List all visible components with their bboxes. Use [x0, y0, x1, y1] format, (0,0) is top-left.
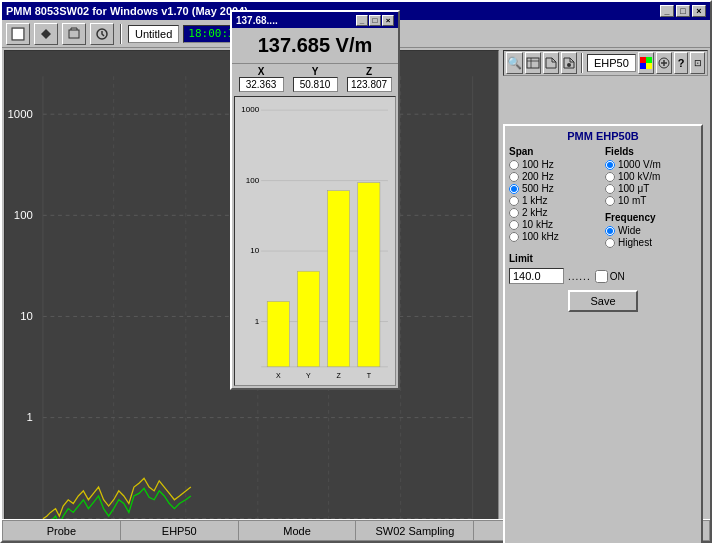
toolbar-btn-3[interactable]: [62, 23, 86, 45]
svg-text:10: 10: [250, 246, 259, 255]
status-probe: Probe: [2, 520, 121, 541]
svg-rect-27: [527, 58, 539, 68]
svg-rect-33: [640, 63, 646, 69]
svg-rect-34: [646, 63, 652, 69]
field-1000vm[interactable]: 1000 V/m: [605, 159, 697, 170]
measure-title-buttons: _ □ ×: [356, 15, 394, 26]
y-axis-col: Y 50.810: [293, 66, 338, 92]
svg-rect-31: [640, 57, 646, 63]
z-axis-value: 123.807: [347, 77, 392, 92]
span-200hz[interactable]: 200 Hz: [509, 171, 601, 182]
on-checkbox-label[interactable]: ON: [595, 270, 625, 283]
svg-text:10: 10: [20, 310, 33, 322]
settings-panel: PMM EHP50B Span 100 Hz 200 Hz 500 Hz 1 k…: [503, 124, 703, 543]
maximize-button[interactable]: □: [676, 5, 690, 17]
span-500hz[interactable]: 500 Hz: [509, 183, 601, 194]
ehp-color-btn[interactable]: [638, 52, 654, 74]
svg-rect-2: [69, 30, 79, 38]
svg-text:100: 100: [246, 176, 260, 185]
svg-text:100: 100: [14, 209, 33, 221]
close-button[interactable]: ×: [692, 5, 706, 17]
measure-close[interactable]: ×: [382, 15, 394, 26]
on-checkbox[interactable]: [595, 270, 608, 283]
svg-rect-46: [297, 271, 319, 367]
span-2khz[interactable]: 2 kHz: [509, 207, 601, 218]
svg-text:1: 1: [255, 317, 260, 326]
z-axis-label: Z: [347, 66, 392, 77]
measure-window: 137.68.... _ □ × 137.685 V/m X 32.363 Y …: [230, 10, 400, 390]
ehp-toolbar: 🔍 EHP50 ? ⊡: [503, 50, 708, 76]
ehp-btn-2[interactable]: [525, 52, 541, 74]
svg-text:1000: 1000: [241, 105, 259, 114]
measure-minimize[interactable]: _: [356, 15, 368, 26]
settings-title: PMM EHP50B: [509, 130, 697, 142]
bar-chart: 1000 100 10 1 X Y: [234, 96, 396, 386]
svg-text:X: X: [276, 372, 281, 379]
svg-text:1: 1: [26, 411, 32, 423]
limit-input[interactable]: [509, 268, 564, 284]
measure-title-bar: 137.68.... _ □ ×: [232, 12, 398, 28]
axes-row: X 32.363 Y 50.810 Z 123.807: [232, 63, 398, 94]
ehp-divider: [581, 53, 583, 73]
status-ehp50: EHP50: [121, 520, 239, 541]
field-100ut[interactable]: 100 μT: [605, 183, 697, 194]
svg-text:1000: 1000: [8, 108, 33, 120]
status-sampling: SW02 Sampling: [356, 520, 474, 541]
svg-rect-47: [328, 191, 350, 367]
span-label: Span: [509, 146, 601, 157]
on-label: ON: [610, 271, 625, 282]
limit-label: Limit: [509, 253, 697, 264]
limit-row: ...... ON: [509, 268, 697, 284]
toolbar-divider-1: [120, 24, 122, 44]
ehp-connect-btn[interactable]: [656, 52, 672, 74]
x-axis-label: X: [239, 66, 284, 77]
x-axis-col: X 32.363: [239, 66, 284, 92]
svg-rect-48: [358, 183, 380, 367]
fields-column: Fields 1000 V/m 100 kV/m 100 μT 10 mT Fr…: [605, 146, 697, 249]
toolbar-btn-2[interactable]: [34, 23, 58, 45]
minimize-button[interactable]: _: [660, 5, 674, 17]
svg-rect-32: [646, 57, 652, 63]
freq-wide[interactable]: Wide: [605, 225, 697, 236]
status-mode: Mode: [239, 520, 357, 541]
toolbar-btn-4[interactable]: [90, 23, 114, 45]
measure-maximize[interactable]: □: [369, 15, 381, 26]
ehp-btn-4[interactable]: [561, 52, 577, 74]
svg-rect-45: [267, 301, 289, 366]
span-10khz[interactable]: 10 kHz: [509, 219, 601, 230]
measure-value-display: 137.685 V/m: [232, 28, 398, 63]
z-axis-col: Z 123.807: [347, 66, 392, 92]
span-100khz[interactable]: 100 kHz: [509, 231, 601, 242]
measure-title-text: 137.68....: [236, 15, 278, 26]
bar-chart-svg: 1000 100 10 1 X Y: [237, 99, 393, 383]
frequency-label: Frequency: [605, 212, 697, 223]
ehp-search-btn[interactable]: 🔍: [506, 52, 523, 74]
svg-text:T: T: [367, 372, 372, 379]
y-axis-label: Y: [293, 66, 338, 77]
svg-text:Y: Y: [306, 372, 311, 379]
toolbar-btn-1[interactable]: [6, 23, 30, 45]
ehp-help-btn[interactable]: ?: [674, 52, 689, 74]
title-bar-buttons: _ □ ×: [660, 5, 706, 17]
ehp-expand-btn[interactable]: ⊡: [690, 52, 705, 74]
span-100hz[interactable]: 100 Hz: [509, 159, 601, 170]
limit-dots: ......: [568, 271, 591, 282]
field-100kvm[interactable]: 100 kV/m: [605, 171, 697, 182]
field-10mt[interactable]: 10 mT: [605, 195, 697, 206]
save-button[interactable]: Save: [568, 290, 637, 312]
fields-label: Fields: [605, 146, 697, 157]
settings-main-row: Span 100 Hz 200 Hz 500 Hz 1 kHz 2 kHz 10…: [509, 146, 697, 249]
span-column: Span 100 Hz 200 Hz 500 Hz 1 kHz 2 kHz 10…: [509, 146, 601, 249]
right-panel: 🔍 EHP50 ? ⊡: [503, 50, 708, 521]
svg-point-30: [567, 63, 571, 67]
svg-rect-1: [13, 29, 23, 39]
x-axis-value: 32.363: [239, 77, 284, 92]
untitled-label: Untitled: [128, 25, 179, 43]
main-window: PMM 8053SW02 for Windows v1.70 (May 2004…: [0, 0, 712, 543]
svg-text:Z: Z: [337, 372, 342, 379]
ehp-device-label: EHP50: [587, 54, 636, 72]
freq-highest[interactable]: Highest: [605, 237, 697, 248]
ehp-btn-3[interactable]: [543, 52, 559, 74]
span-1khz[interactable]: 1 kHz: [509, 195, 601, 206]
y-axis-value: 50.810: [293, 77, 338, 92]
